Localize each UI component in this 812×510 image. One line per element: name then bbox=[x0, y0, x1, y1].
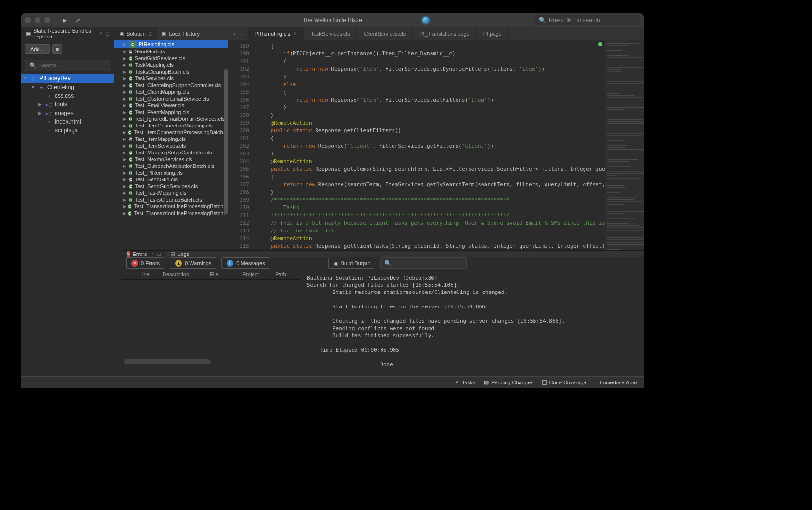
scrollbar-thumb[interactable] bbox=[124, 359, 211, 364]
nav-back-icon[interactable]: ‹ bbox=[234, 31, 236, 37]
solution-file[interactable]: ▶CSendGrid.cls bbox=[114, 48, 228, 55]
col-project[interactable]: Project bbox=[242, 271, 266, 277]
expand-arrow-icon[interactable]: ▶ bbox=[123, 137, 127, 141]
expand-arrow-icon[interactable]: ▶ bbox=[123, 211, 126, 216]
expand-arrow-icon[interactable]: ▶ bbox=[123, 76, 127, 81]
expand-arrow-icon[interactable]: ▶ bbox=[123, 178, 127, 182]
expand-arrow-icon[interactable]: ▶ bbox=[123, 90, 127, 94]
col-line[interactable]: Line bbox=[140, 271, 154, 277]
tab-solution[interactable]: ▣ Solution □ bbox=[114, 27, 157, 40]
scrollbar-thumb[interactable] bbox=[224, 69, 228, 214]
expand-arrow-icon[interactable]: ▶ bbox=[123, 63, 127, 67]
solution-file[interactable]: ▶CTest_ItemServices.cls bbox=[114, 142, 228, 149]
expand-arrow-icon[interactable]: ▶ bbox=[123, 42, 127, 47]
add-button[interactable]: Add... bbox=[25, 44, 50, 54]
solution-file[interactable]: ▶CTest_ItemConnectionProcessingBatch.cls bbox=[114, 129, 228, 136]
tab-close-icon[interactable]: × bbox=[151, 251, 154, 256]
tree-item[interactable]: ▼⚘Clienteling bbox=[21, 83, 114, 91]
tree-item[interactable]: ▫index.html bbox=[21, 117, 114, 126]
solution-file[interactable]: ▶CTest_ClientelingSupportController.cls bbox=[114, 82, 228, 89]
pill-errors[interactable]: ×0 Errors bbox=[126, 257, 165, 269]
solution-file[interactable]: ▶CTaskMapping.cls bbox=[114, 62, 228, 68]
expand-arrow-icon[interactable]: ▶ bbox=[123, 184, 127, 189]
errors-search-input[interactable] bbox=[394, 260, 462, 266]
solution-file[interactable]: ▶CTest_IgnoredEmailDomainServices.cls bbox=[114, 115, 228, 122]
sb-tasks[interactable]: ✓Tasks bbox=[455, 379, 475, 385]
editor-tab[interactable]: PI_Translations.page bbox=[413, 27, 477, 40]
solution-file[interactable]: ▶CTaskServices.cls bbox=[114, 75, 228, 82]
expand-arrow-icon[interactable]: ▶ bbox=[123, 144, 127, 148]
editor-tab[interactable]: TaskServices.cls bbox=[304, 27, 357, 40]
sb-code-coverage[interactable]: Code Coverage bbox=[542, 380, 586, 385]
expand-arrow-icon[interactable]: ▶ bbox=[123, 70, 127, 74]
solution-file[interactable]: ▶CTest_OutreachAttributionBatch.cls bbox=[114, 163, 228, 169]
expand-arrow-icon[interactable]: ▶ bbox=[38, 102, 43, 107]
solution-file[interactable]: ▶CTest_ItemMapping.cls bbox=[114, 136, 228, 142]
col-path[interactable]: Path bbox=[275, 271, 286, 277]
sb-immediate-apex[interactable]: ↑Immediate Apex bbox=[595, 380, 638, 385]
tree-item[interactable]: ▫css.css bbox=[21, 91, 114, 100]
search-input[interactable] bbox=[39, 63, 106, 68]
minimize-window[interactable] bbox=[35, 17, 40, 23]
expand-arrow-icon[interactable]: ▶ bbox=[123, 110, 127, 115]
expand-arrow-icon[interactable]: ▶ bbox=[123, 171, 127, 175]
tab-logs[interactable]: ▤ Logs bbox=[165, 251, 194, 257]
expand-arrow-icon[interactable]: ▶ bbox=[123, 151, 127, 155]
col-priority[interactable]: ! bbox=[126, 271, 131, 277]
editor-tab[interactable]: PI.page bbox=[477, 27, 509, 40]
solution-file[interactable]: ▶CTest_MappingSetupController.cls bbox=[114, 149, 228, 156]
pill-build-output[interactable]: ▣Build Output bbox=[328, 258, 376, 269]
solution-file[interactable]: ▶CTest_ItemConnectionMapping.cls bbox=[114, 122, 228, 129]
solution-file[interactable]: ▶CTasksCleanupBatch.cls bbox=[114, 68, 228, 75]
tree-item[interactable]: ▶▸▢fonts bbox=[21, 100, 114, 109]
expand-arrow-icon[interactable]: ▶ bbox=[123, 83, 127, 88]
expand-arrow-icon[interactable]: ▶ bbox=[123, 157, 127, 162]
col-description[interactable]: Description bbox=[163, 271, 201, 277]
solution-file[interactable]: ▶CTest_EventMapping.cls bbox=[114, 109, 228, 115]
editor-tab[interactable]: PIRemoting.cls× bbox=[248, 27, 304, 40]
solution-file[interactable]: ▶CTest_TaskMapping.cls bbox=[114, 190, 228, 196]
export-icon[interactable]: ↗ bbox=[76, 17, 80, 24]
globe-icon[interactable] bbox=[422, 17, 429, 24]
expand-arrow-icon[interactable]: ▶ bbox=[123, 56, 127, 61]
tab-close-icon[interactable]: × bbox=[100, 31, 103, 36]
expand-arrow-icon[interactable]: ▶ bbox=[123, 50, 127, 54]
solution-file[interactable]: ▶CTest_SendGridServices.cls bbox=[114, 183, 228, 190]
tab-local-history[interactable]: ▣ Local History bbox=[157, 27, 204, 40]
tab-errors[interactable]: × Errors × □ bbox=[122, 251, 165, 257]
expand-arrow-icon[interactable]: ▶ bbox=[38, 111, 43, 115]
solution-file[interactable]: ▶CTest_TransactionLineProcessingBatch2.c… bbox=[114, 210, 228, 217]
solution-file[interactable]: ▶CTest_ClientMapping.cls bbox=[114, 89, 228, 95]
expand-arrow-icon[interactable]: ▼ bbox=[23, 76, 28, 81]
expand-arrow-icon[interactable]: ▶ bbox=[123, 124, 127, 128]
tree-item[interactable]: ▫scripts.js bbox=[21, 126, 114, 135]
expand-arrow-icon[interactable]: ▶ bbox=[123, 164, 127, 168]
expand-arrow-icon[interactable]: ▶ bbox=[123, 204, 126, 209]
expand-arrow-icon[interactable]: ▶ bbox=[123, 97, 127, 101]
col-file[interactable]: File bbox=[210, 271, 234, 277]
list-view-icon[interactable]: ≡ bbox=[52, 44, 62, 54]
editor-tab[interactable]: ClientServices.cls bbox=[357, 27, 413, 40]
solution-file[interactable]: ▶CTest_TransactionLineProcessingBatch.cl… bbox=[114, 203, 228, 210]
tab-popout-icon[interactable]: □ bbox=[149, 31, 152, 37]
pill-warnings[interactable]: ▲0 Warnings bbox=[170, 257, 216, 269]
solution-file[interactable]: ▶CTest_CustomerEmailService.cls bbox=[114, 95, 228, 102]
close-window[interactable] bbox=[25, 17, 31, 23]
sb-pending-changes[interactable]: ▤Pending Changes bbox=[484, 379, 533, 385]
close-icon[interactable]: × bbox=[294, 31, 297, 36]
tab-popout-icon[interactable]: □ bbox=[106, 31, 109, 37]
tree-item[interactable]: ▶▸▢images bbox=[21, 109, 114, 117]
tab-popout-icon[interactable]: □ bbox=[157, 251, 161, 257]
solution-file[interactable]: ▶CTest_NexmoServices.cls bbox=[114, 156, 228, 163]
solution-file[interactable]: ▶CTest_SendGrid.cls bbox=[114, 176, 228, 183]
tree-item[interactable]: ▼▢PILaceyDev bbox=[21, 74, 114, 83]
global-search[interactable]: 🔍 Press '⌘.' to search bbox=[535, 15, 640, 25]
pill-messages[interactable]: i0 Messages bbox=[221, 257, 270, 269]
expand-arrow-icon[interactable]: ▶ bbox=[123, 103, 127, 108]
solution-file[interactable]: ▶CSendGridServices.cls bbox=[114, 55, 228, 62]
run-icon[interactable]: ▶ bbox=[63, 17, 67, 24]
expand-arrow-icon[interactable]: ▼ bbox=[31, 85, 36, 89]
solution-file[interactable]: ▶CTest_PIRemoting.cls bbox=[114, 169, 228, 176]
expand-arrow-icon[interactable]: ▶ bbox=[123, 191, 127, 195]
expand-arrow-icon[interactable]: ▶ bbox=[123, 130, 126, 135]
